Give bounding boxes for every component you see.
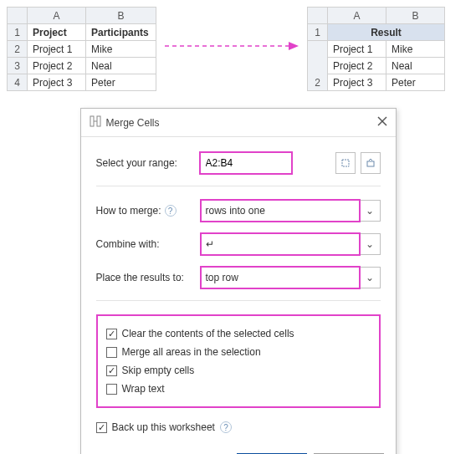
- cell[interactable]: Participants: [86, 24, 156, 41]
- transform-arrow: [165, 40, 299, 54]
- svg-rect-7: [342, 160, 349, 166]
- cell[interactable]: Mike: [386, 41, 445, 58]
- wrap-text-checkbox[interactable]: [106, 384, 117, 395]
- svg-marker-1: [289, 42, 299, 50]
- svg-rect-2: [90, 116, 94, 126]
- place-label: Place the results to:: [96, 272, 200, 283]
- cell[interactable]: Project 1: [328, 41, 386, 58]
- merge-all-label: Merge all areas in the selection: [122, 346, 261, 358]
- combine-label: Combine with:: [96, 238, 200, 250]
- result-header-cell[interactable]: Result: [328, 24, 445, 41]
- chevron-down-icon: ⌄: [360, 238, 380, 250]
- combine-value: ↵: [201, 233, 360, 255]
- dialog-title: Merge Cells: [106, 117, 377, 129]
- row-header[interactable]: 2: [308, 41, 328, 91]
- cell[interactable]: Peter: [86, 74, 156, 91]
- help-icon[interactable]: ?: [220, 421, 232, 433]
- row-header[interactable]: 1: [8, 24, 28, 41]
- cell[interactable]: Neal: [86, 58, 156, 74]
- col-header[interactable]: A: [28, 8, 86, 24]
- how-value: rows into one: [201, 200, 360, 222]
- how-to-merge-select[interactable]: rows into one ⌄: [200, 200, 381, 222]
- skip-empty-label: Skip empty cells: [122, 365, 195, 376]
- options-group: ✓ Clear the contents of the selected cel…: [96, 314, 381, 408]
- col-header[interactable]: A: [328, 8, 386, 24]
- corner-cell: [8, 8, 28, 24]
- clear-contents-checkbox[interactable]: ✓: [106, 329, 117, 339]
- right-spreadsheet[interactable]: A B 1 Result 2 Project 1 Mike Project 2 …: [307, 7, 445, 91]
- row-header[interactable]: 3: [8, 58, 28, 74]
- wrap-text-label: Wrap text: [122, 383, 165, 395]
- corner-cell: [308, 8, 328, 24]
- left-spreadsheet[interactable]: A B 1 Project Participants 2 Project 1 M…: [7, 7, 156, 91]
- svg-rect-8: [367, 161, 374, 166]
- merge-all-checkbox[interactable]: [106, 347, 117, 358]
- col-header[interactable]: B: [386, 8, 445, 24]
- how-label: How to merge:: [96, 205, 161, 217]
- merge-cells-icon: [90, 115, 101, 130]
- cell[interactable]: Peter: [386, 74, 445, 91]
- cell[interactable]: Project 2: [328, 58, 386, 74]
- cell[interactable]: Project 1: [28, 41, 86, 58]
- svg-rect-3: [97, 116, 100, 126]
- col-header[interactable]: B: [86, 8, 156, 24]
- expand-range-icon[interactable]: [361, 152, 381, 174]
- chevron-down-icon: ⌄: [360, 272, 380, 283]
- place-value: top row: [201, 267, 360, 288]
- cell[interactable]: Project 3: [28, 74, 86, 91]
- cell[interactable]: Neal: [386, 58, 445, 74]
- cell[interactable]: Mike: [86, 41, 156, 58]
- chevron-down-icon: ⌄: [360, 205, 380, 217]
- help-icon[interactable]: ?: [165, 205, 177, 217]
- collapse-range-icon[interactable]: [335, 152, 356, 174]
- cell[interactable]: Project: [28, 24, 86, 41]
- backup-checkbox[interactable]: ✓: [96, 422, 107, 433]
- skip-empty-checkbox[interactable]: ✓: [106, 365, 117, 376]
- row-header[interactable]: 2: [8, 41, 28, 58]
- range-label: Select your range:: [96, 157, 200, 169]
- backup-label: Back up this worksheet: [112, 421, 215, 433]
- titlebar: Merge Cells: [81, 109, 396, 137]
- merge-cells-dialog: Merge Cells Select your range: Ho: [80, 108, 397, 454]
- combine-with-select[interactable]: ↵ ⌄: [200, 233, 381, 255]
- cell[interactable]: Project 3: [328, 74, 386, 91]
- cell[interactable]: Project 2: [28, 58, 86, 74]
- range-input[interactable]: [200, 152, 292, 174]
- place-results-select[interactable]: top row ⌄: [200, 267, 381, 288]
- row-header[interactable]: 1: [308, 24, 328, 41]
- row-header[interactable]: 4: [8, 74, 28, 91]
- clear-contents-label: Clear the contents of the selected cells: [122, 328, 294, 339]
- close-button[interactable]: [377, 116, 387, 129]
